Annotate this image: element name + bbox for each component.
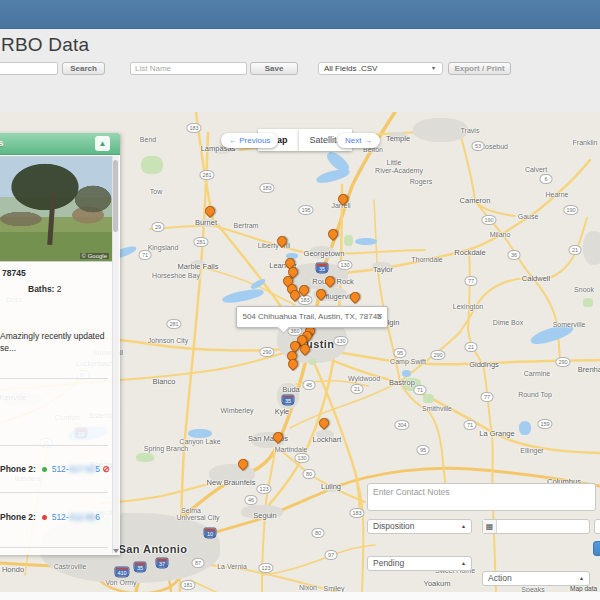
search-button[interactable]: Search (62, 62, 105, 75)
close-icon[interactable]: ✕ (376, 307, 383, 327)
action-select[interactable]: Action ▴ (482, 571, 590, 586)
map-label: Marble Falls (178, 262, 219, 271)
map-label: Hondo (2, 565, 24, 574)
calendar-icon: ▦ (483, 520, 497, 533)
map-label: Temple (386, 134, 410, 143)
map-label: Kingsland (148, 244, 179, 251)
next-button[interactable]: Next → (337, 133, 380, 148)
highway-shield: 77 (481, 392, 494, 402)
scrollbar-thumb[interactable] (113, 160, 118, 232)
panel-header: ls ▲ (0, 133, 120, 155)
highway-shield: 80 (303, 469, 316, 479)
park-area (583, 298, 593, 307)
map-label: Buda (282, 385, 300, 394)
highway-shield: 45 (303, 380, 316, 390)
baths-value: 2 (57, 284, 62, 294)
highway-shield: 71 (139, 250, 152, 260)
highway-shield: 304 (394, 420, 409, 430)
highway-shield: 95 (394, 348, 407, 358)
collapse-panel-button[interactable]: ▲ (95, 136, 110, 151)
divider (0, 492, 108, 493)
park-area (309, 359, 316, 365)
action-select-value: Action (488, 573, 512, 583)
list-name-input[interactable] (130, 62, 247, 75)
highway-shield: 281 (199, 170, 214, 180)
date-input[interactable]: ▦ (482, 519, 590, 534)
map-label: La Vernia (217, 563, 247, 570)
marker-tooltip[interactable]: 504 Chihuahua Trail, Austin, TX, 78745 ✕ (236, 306, 388, 328)
panel-scrollbar[interactable] (112, 156, 119, 553)
map-label: Rockdale (454, 248, 485, 257)
park-area (136, 453, 154, 462)
phone-row-1: Phone 2: 512-417-545 ⊘ (0, 464, 110, 474)
map-label: Hearne (546, 191, 569, 198)
highway-shield: 123 (258, 563, 273, 573)
marker-tooltip-text: 504 Chihuahua Trail, Austin, TX, 78745 (242, 312, 381, 321)
top-nav-bar (0, 0, 600, 29)
map-label: San Antonio (119, 543, 188, 555)
phone-link[interactable]: 512-417-545 (52, 464, 100, 474)
scrollbar-down-arrow[interactable] (113, 549, 119, 553)
map-label: Nixon (299, 584, 317, 591)
road (262, 545, 375, 575)
map-label: Rogers (410, 178, 433, 185)
disposition-select[interactable]: Disposition ▴ (367, 519, 472, 534)
map-label: Seguin (253, 511, 276, 520)
highway-shield: 130 (294, 453, 309, 463)
map-label: Cameron (460, 196, 491, 205)
highway-shield: 183 (186, 123, 201, 133)
map-label: Dime Box (493, 319, 523, 326)
divider (0, 445, 108, 446)
export-print-button[interactable]: Export / Print (448, 62, 511, 75)
chevron-down-icon: ▾ (432, 63, 435, 74)
map-label: Kyle (275, 407, 290, 416)
highway-shield: 190 (481, 215, 496, 225)
search-input[interactable] (0, 62, 58, 75)
urban-area (413, 118, 468, 142)
highway-shield: 36 (508, 250, 521, 260)
phone-label: Phone 2: (0, 464, 36, 474)
highway-shield: 53 (472, 141, 485, 151)
previous-button[interactable]: ← Previous (221, 133, 278, 148)
status-dot-icon (42, 515, 47, 520)
map-label: Ellinger (520, 447, 543, 454)
submit-button[interactable] (593, 541, 600, 556)
map-label: Burnet (195, 218, 217, 227)
map-label: Blanco (153, 377, 176, 386)
fields-select-value: All Fields .CSV (324, 64, 377, 73)
date-next-button[interactable] (594, 519, 600, 534)
highway-shield: 6 (540, 174, 553, 184)
divider (0, 547, 108, 548)
highway-shield: 29 (152, 222, 165, 232)
property-baths: Baths: 2 (28, 284, 62, 294)
property-details-panel: ls ▲ © Google 78745 Baths: 2 Amazingly r… (0, 133, 120, 555)
map-attribution: Map data © (570, 585, 600, 592)
property-description-line2: se... (0, 343, 16, 353)
map-label: Smithville (422, 405, 452, 412)
map-label: Camp Swift (390, 358, 426, 365)
map-label: Selma (181, 507, 201, 514)
highway-shield: 37 (156, 558, 169, 569)
save-button[interactable]: Save (250, 62, 298, 75)
water-body (519, 421, 531, 435)
property-photo: © Google (0, 156, 113, 262)
fields-select[interactable]: All Fields .CSV ▾ (318, 62, 443, 75)
map-label: Little (387, 159, 402, 166)
blocked-icon[interactable]: ⊘ (102, 464, 110, 474)
highway-shield: 35 (134, 562, 147, 573)
highway-shield: 281 (193, 237, 208, 247)
contact-notes-textarea[interactable] (367, 483, 596, 511)
map-label: Spring Branch (144, 445, 188, 452)
map-label: Lexington (453, 303, 483, 310)
highway-shield: 71 (414, 385, 427, 395)
property-zip: 78745 (2, 268, 26, 278)
road (150, 226, 425, 254)
map-label: Milano (490, 231, 511, 238)
highway-shield: 77 (465, 276, 478, 286)
highway-shield: 71 (464, 420, 477, 430)
phone-link[interactable]: 512-412-996 (52, 512, 100, 522)
park-area (423, 394, 434, 403)
highway-shield: 80 (312, 528, 325, 538)
pending-select[interactable]: Pending ▴ (367, 556, 472, 571)
highway-shield: 10 (204, 528, 217, 539)
